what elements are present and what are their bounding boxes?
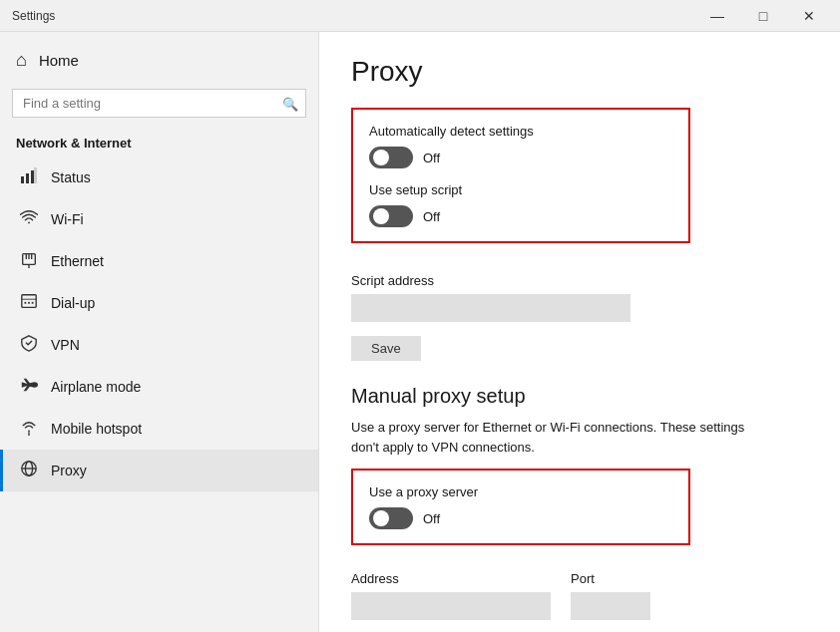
setup-script-toggle[interactable] (369, 205, 413, 227)
sidebar-item-hotspot[interactable]: Mobile hotspot (0, 408, 318, 450)
auto-detect-toggle[interactable] (369, 147, 413, 168)
hotspot-icon (19, 418, 39, 440)
automatic-proxy-section: Automatically detect settings Off Use se… (351, 108, 690, 243)
window-title: Settings (12, 9, 55, 23)
address-group: Address (351, 571, 551, 620)
toggle-knob (373, 208, 389, 224)
app-body: ⌂ Home 🔍 Network & Internet Status (0, 32, 840, 632)
svg-rect-9 (22, 295, 36, 308)
dialup-icon (19, 292, 39, 314)
sidebar-item-airplane[interactable]: Airplane mode (0, 366, 318, 408)
sidebar-item-label: Dial-up (51, 295, 95, 311)
auto-detect-toggle-row: Off (369, 147, 672, 168)
proxy-icon (19, 460, 39, 481)
sidebar-item-dialup[interactable]: Dial-up (0, 282, 318, 324)
manual-proxy-title: Manual proxy setup (351, 385, 808, 408)
port-label: Port (571, 571, 650, 586)
address-port-row: Address Port (351, 571, 808, 620)
sidebar-item-status[interactable]: Status (0, 157, 318, 198)
svg-rect-12 (28, 302, 30, 304)
svg-rect-11 (25, 302, 27, 304)
wifi-icon (19, 208, 39, 230)
ethernet-icon (19, 250, 39, 272)
status-icon (19, 166, 39, 188)
save-button[interactable]: Save (351, 336, 421, 361)
port-input[interactable] (571, 592, 650, 620)
use-proxy-toggle-row: Off (369, 507, 672, 529)
sidebar-item-label: Ethernet (51, 253, 104, 269)
auto-detect-state: Off (423, 151, 440, 165)
sidebar-home-label: Home (39, 52, 79, 69)
auto-detect-label: Automatically detect settings (369, 124, 672, 139)
use-proxy-toggle[interactable] (369, 507, 413, 529)
toggle-knob (373, 150, 389, 165)
port-group: Port (571, 571, 650, 620)
svg-rect-0 (21, 176, 24, 183)
content-area: Proxy Automatically detect settings Off … (319, 32, 840, 632)
page-title: Proxy (351, 56, 808, 88)
svg-rect-2 (31, 170, 34, 183)
svg-rect-3 (34, 167, 37, 183)
maximize-button[interactable]: □ (740, 0, 786, 32)
setup-script-state: Off (423, 209, 440, 224)
home-icon: ⌂ (16, 50, 27, 71)
sidebar-item-vpn[interactable]: VPN (0, 324, 318, 366)
sidebar-item-label: Wi-Fi (51, 211, 84, 227)
airplane-icon (19, 376, 39, 398)
use-proxy-state: Off (423, 511, 440, 526)
sidebar-item-label: Proxy (51, 463, 87, 478)
setup-script-label: Use setup script (369, 182, 672, 197)
sidebar-item-label: Airplane mode (51, 379, 141, 395)
use-proxy-label: Use a proxy server (369, 484, 672, 499)
sidebar-item-label: VPN (51, 337, 80, 353)
sidebar-section-title: Network & Internet (0, 126, 318, 157)
close-button[interactable]: ✕ (786, 0, 832, 32)
address-label: Address (351, 571, 551, 586)
svg-rect-13 (32, 302, 34, 304)
sidebar-search: 🔍 (12, 89, 306, 118)
use-proxy-section: Use a proxy server Off (351, 469, 690, 545)
sidebar-item-label: Mobile hotspot (51, 421, 142, 437)
script-address-input[interactable] (351, 294, 630, 322)
address-input[interactable] (351, 592, 551, 620)
manual-proxy-description: Use a proxy server for Ethernet or Wi-Fi… (351, 418, 770, 457)
sidebar-item-label: Status (51, 169, 91, 185)
search-icon: 🔍 (282, 96, 298, 111)
vpn-icon (19, 334, 39, 356)
toggle-knob (373, 510, 389, 526)
sidebar-item-wifi[interactable]: Wi-Fi (0, 198, 318, 240)
search-input[interactable] (12, 89, 306, 118)
title-bar: Settings — □ ✕ (0, 0, 840, 32)
sidebar: ⌂ Home 🔍 Network & Internet Status (0, 32, 319, 632)
setup-script-toggle-row: Off (369, 205, 672, 227)
sidebar-item-proxy[interactable]: Proxy (0, 450, 318, 491)
script-address-label: Script address (351, 273, 808, 288)
sidebar-item-home[interactable]: ⌂ Home (0, 40, 318, 81)
svg-rect-1 (26, 173, 29, 183)
sidebar-item-ethernet[interactable]: Ethernet (0, 240, 318, 282)
minimize-button[interactable]: — (694, 0, 740, 32)
window-controls: — □ ✕ (694, 0, 832, 32)
